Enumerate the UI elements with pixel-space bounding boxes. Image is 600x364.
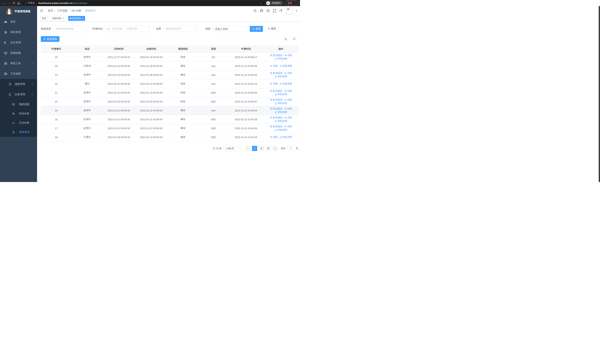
- breadcrumb-workflow[interactable]: 工作流程: [57, 9, 67, 12]
- chevron-down-icon: [83, 28, 85, 29]
- address-bar[interactable]: ⚠ 不安全 dashboard.yudao.iocoder.cn /bpm/oa…: [23, 1, 264, 5]
- table-row[interactable]: 24已取消2022-01-03 00:00:002022-01-26 00:00…: [41, 62, 299, 70]
- eye-icon: [284, 107, 287, 110]
- table-row[interactable]: 21处理中2022-01-22 00:00:002022-01-23 00:00…: [41, 88, 299, 97]
- next-page-button[interactable]: ›: [272, 146, 278, 151]
- cancel-leave-link[interactable]: 取消请假: [270, 98, 282, 102]
- cancel-leave-link[interactable]: 取消请假: [270, 125, 282, 128]
- table-row[interactable]: 19处理中2022-01-22 00:00:002022-01-22 00:00…: [41, 106, 299, 115]
- tab-home[interactable]: 首页: [40, 16, 48, 21]
- sidebar-item-task-mgmt[interactable]: 任务管理: [0, 89, 37, 100]
- detail-link[interactable]: 详情: [284, 89, 292, 93]
- start-date-placeholder[interactable]: 开始日期: [112, 27, 122, 31]
- reset-button[interactable]: 重置: [265, 26, 279, 32]
- bookmark-star-icon[interactable]: ☆: [260, 1, 262, 5]
- font-size-icon[interactable]: TT: [280, 9, 282, 12]
- table-row[interactable]: 25处理中2021-12-27 00:00:002022-01-19 00:00…: [41, 53, 299, 62]
- sidebar-item-my-process[interactable]: 我的流程: [0, 100, 37, 109]
- sidebar-item-workflow[interactable]: 工作流程: [0, 69, 37, 79]
- fullscreen-icon[interactable]: [273, 9, 276, 12]
- browser-forward-button[interactable]: →: [7, 1, 11, 6]
- detail-link[interactable]: 详情: [270, 135, 278, 139]
- search-icon[interactable]: [253, 9, 257, 12]
- page-button-3[interactable]: 3: [266, 146, 271, 151]
- avatar-caret-icon[interactable]: ▾: [296, 9, 297, 12]
- detail-link[interactable]: 详情: [284, 125, 292, 128]
- breadcrumb-oa-example[interactable]: OA 示例: [72, 9, 81, 12]
- show-search-button[interactable]: [283, 36, 289, 42]
- sidebar-item-leave-query[interactable]: 请假查询: [0, 128, 37, 137]
- progress-link[interactable]: 审批进度: [275, 119, 287, 123]
- cancel-leave-link[interactable]: 取消请假: [270, 89, 282, 93]
- detail-link[interactable]: 详情: [284, 107, 292, 111]
- apply-time-range-picker[interactable]: 开始日期 - 结束日期: [105, 26, 150, 32]
- tab-process-detail[interactable]: 流程详情 ×: [51, 16, 66, 21]
- home-icon: [17, 2, 20, 5]
- breadcrumb-home[interactable]: 首页: [48, 9, 53, 12]
- sidebar-item-home[interactable]: 首页: [0, 17, 37, 27]
- sidebar-item-todo-tasks[interactable]: 待办任务: [0, 109, 37, 118]
- goto-page-input[interactable]: [287, 146, 294, 151]
- progress-link[interactable]: 审批进度: [275, 75, 287, 78]
- sidebar-item-system[interactable]: 系统管理: [0, 27, 37, 37]
- detail-link[interactable]: 详情: [284, 116, 292, 119]
- detail-link[interactable]: 详情: [284, 98, 292, 102]
- app-logo: [6, 8, 12, 14]
- create-leave-button[interactable]: 发起请假: [41, 36, 59, 42]
- table-row[interactable]: 18处理中2022-01-11 00:00:002022-01-11 00:00…: [41, 115, 299, 124]
- table-toolbar: 发起请假: [41, 36, 299, 42]
- github-icon[interactable]: [260, 9, 263, 12]
- progress-link[interactable]: 审批进度: [280, 82, 292, 85]
- table-row[interactable]: 23处理中2022-01-03 00:00:002022-01-26 00:00…: [41, 70, 299, 79]
- sidebar-item-infrastructure[interactable]: 基础设施: [0, 48, 37, 58]
- progress-link[interactable]: 审批进度: [280, 135, 292, 139]
- cancel-leave-link[interactable]: 取消请假: [270, 54, 282, 57]
- browser-update-button[interactable]: 更新 ⋮: [285, 1, 298, 6]
- table-row[interactable]: 17处理中2022-01-22 00:00:002022-01-22 00:00…: [41, 124, 299, 133]
- cancel-leave-link[interactable]: 取消请假: [270, 107, 282, 111]
- browser-reload-button[interactable]: ↻: [11, 1, 16, 6]
- incognito-label: 无痕模式: [272, 1, 281, 5]
- browser-back-button[interactable]: ←: [2, 1, 7, 6]
- pen-icon: [275, 58, 277, 60]
- progress-link[interactable]: 审批进度: [275, 128, 287, 131]
- sidebar-item-done-tasks[interactable]: 已办任务: [0, 118, 37, 128]
- detail-link[interactable]: 详情: [284, 72, 292, 75]
- browser-home-button[interactable]: [16, 1, 21, 6]
- browser-menu-dots-icon[interactable]: ⋮: [294, 2, 297, 4]
- page-button-2[interactable]: 2: [259, 146, 264, 151]
- detail-link[interactable]: 详情: [284, 54, 292, 57]
- end-date-placeholder[interactable]: 结束日期: [127, 27, 137, 31]
- cancel-leave-link[interactable]: 取消请假: [270, 72, 282, 75]
- progress-link[interactable]: 审批进度: [275, 111, 287, 114]
- close-icon[interactable]: ×: [62, 17, 64, 20]
- progress-link[interactable]: 审批进度: [275, 57, 287, 60]
- help-icon[interactable]: [266, 9, 270, 12]
- reason-input[interactable]: [213, 26, 246, 32]
- table-row[interactable]: 22通过2022-01-22 00:00:002022-01-22 00:00:…: [41, 79, 299, 88]
- sidebar-item-process-mgmt[interactable]: 流程管理: [0, 79, 37, 89]
- sidebar-fold-icon[interactable]: [40, 9, 43, 12]
- leave-type-select[interactable]: 请选择请假类型: [53, 26, 87, 32]
- prev-page-button[interactable]: ‹: [245, 146, 250, 151]
- page-size-select[interactable]: 10条/页: [224, 146, 242, 151]
- detail-link[interactable]: 详情: [270, 64, 278, 68]
- result-select[interactable]: 请选择流结果: [163, 26, 199, 32]
- avatar[interactable]: [286, 7, 292, 14]
- refresh-table-button[interactable]: [291, 36, 297, 42]
- progress-link[interactable]: 审批进度: [275, 102, 287, 105]
- sidebar-item-dev-tools[interactable]: 研发工具: [0, 58, 37, 69]
- tab-leave-query[interactable]: 请假查询 ×: [68, 16, 85, 21]
- table-row[interactable]: 16不通过2022-01-04 00:00:002022-01-13 00:00…: [41, 133, 299, 142]
- progress-link[interactable]: 审批进度: [280, 64, 292, 68]
- progress-link[interactable]: 审批进度: [275, 93, 287, 96]
- security-label[interactable]: 不安全: [28, 1, 35, 5]
- cancel-leave-link[interactable]: 取消请假: [270, 116, 282, 119]
- page-button-1[interactable]: 1: [252, 146, 257, 151]
- table-row[interactable]: 20处理中2022-01-04 00:00:002022-01-04 00:00…: [41, 97, 299, 106]
- sidebar-item-payment[interactable]: ¥ 支付管理: [0, 37, 37, 48]
- search-button[interactable]: 搜索: [250, 26, 263, 32]
- detail-link[interactable]: 详情: [270, 82, 278, 85]
- close-icon[interactable]: ×: [82, 17, 84, 20]
- trash-icon: [270, 99, 272, 101]
